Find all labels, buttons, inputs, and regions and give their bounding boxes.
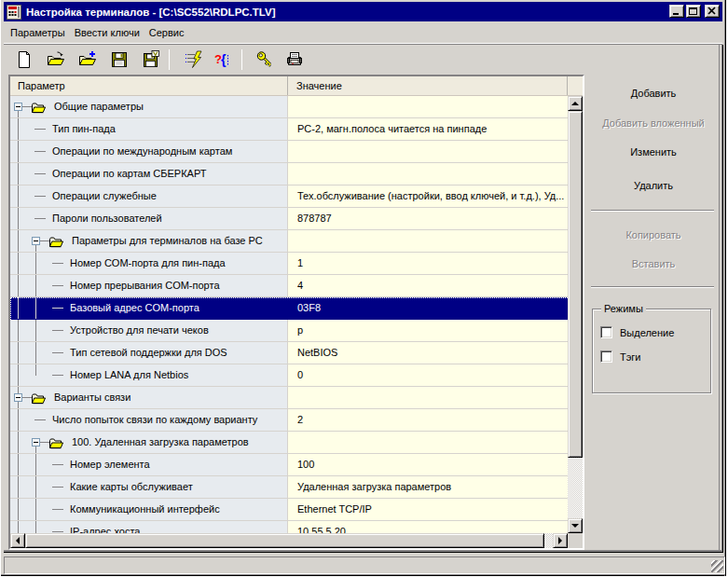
tags-checkbox[interactable] <box>600 350 612 363</box>
right-arrow-icon <box>558 537 562 544</box>
table-row[interactable]: Параметры для терминалов на базе PC <box>10 230 568 253</box>
value-cell: 03F8 <box>288 297 568 320</box>
table-row[interactable]: Варианты связи <box>10 387 568 409</box>
value-cell: 878787 <box>288 208 568 230</box>
tree-line <box>18 253 19 275</box>
param-label: Тип сетевой поддержки для DOS <box>70 342 227 364</box>
param-cell: Тип пин-пада <box>10 118 288 141</box>
table-header: Параметр Значение <box>10 76 583 96</box>
header-value[interactable]: Значение <box>288 76 568 95</box>
param-cell: Операции по картам СБЕРКАРТ <box>10 163 288 185</box>
param-cell: Число попыток связи по каждому варианту <box>10 409 288 432</box>
edit-button[interactable]: Изменить <box>588 142 719 162</box>
tree-line <box>34 151 46 152</box>
tree-line <box>34 419 46 420</box>
menu-parameters[interactable]: Параметры <box>6 24 70 41</box>
modes-groupbox: Режимы Выделение Тэги <box>592 309 711 393</box>
collapse-toggle[interactable] <box>14 393 22 402</box>
table-row[interactable]: Номер COM-порта для пин-пада1 <box>10 253 568 275</box>
table-row[interactable]: Общие параметры <box>10 96 568 118</box>
add-nested-button[interactable]: Добавить вложенный <box>588 113 719 133</box>
table-row[interactable]: Коммуникационный интерфейсEthernet TCP/I… <box>10 499 568 521</box>
table-row[interactable]: Пароли пользователей878787 <box>10 208 568 230</box>
tree-line <box>35 245 36 253</box>
param-label: Операции по международным картам <box>52 141 232 162</box>
collapse-toggle[interactable] <box>32 438 40 446</box>
table-row[interactable]: Устройство для печати чековp <box>10 320 568 342</box>
open-file-button[interactable] <box>46 48 66 71</box>
horizontal-scroll-thumb[interactable] <box>25 533 544 548</box>
horizontal-scrollbar[interactable] <box>10 533 568 548</box>
scroll-up-button[interactable] <box>568 96 583 111</box>
table-row[interactable]: Операции служебныеТех.обслуживание (наст… <box>10 185 568 208</box>
scroll-left-button[interactable] <box>10 533 25 548</box>
table-row[interactable]: Тип пин-падаPC-2, магн.полоса читается н… <box>10 118 568 141</box>
value-label: Удаленная загрузка параметров <box>288 476 568 498</box>
table-row[interactable]: Операции по картам СБЕРКАРТ <box>10 163 568 185</box>
value-cell: 1 <box>288 253 568 275</box>
tree-line <box>18 297 19 320</box>
collapse-toggle[interactable] <box>14 103 22 111</box>
highlight-checkbox-label[interactable]: Выделение <box>620 326 674 339</box>
param-label: 100. Удаленная загрузка параметров <box>72 432 249 453</box>
title-bar[interactable]: Настройка терминалов - [C:\SC552\RDLPC.T… <box>4 2 722 21</box>
open-add-icon <box>78 50 97 69</box>
scroll-down-button[interactable] <box>568 518 583 533</box>
maximize-button[interactable] <box>686 5 701 18</box>
value-cell: Ethernet TCP/IP <box>288 499 568 521</box>
tree-line <box>52 308 63 309</box>
tree-line <box>52 487 63 488</box>
menu-enter-keys[interactable]: Ввести ключи <box>70 24 144 41</box>
close-button[interactable] <box>705 5 720 18</box>
open-file-icon <box>47 50 65 69</box>
table-row[interactable]: Номер элемента100 <box>10 454 568 476</box>
tree-line <box>35 275 36 297</box>
paste-button[interactable]: Вставить <box>588 254 719 274</box>
vertical-scroll-thumb[interactable] <box>568 111 583 458</box>
table-row[interactable]: Число попыток связи по каждому варианту2 <box>10 409 568 432</box>
client-right-edge-dark <box>722 45 723 553</box>
tree-line <box>18 208 19 230</box>
table-row[interactable]: Тип сетевой поддержки для DOSNetBIOS <box>10 342 568 364</box>
delete-button[interactable]: Удалить <box>588 175 719 196</box>
table-row[interactable]: Какие карты обслуживаетУдаленная загрузк… <box>10 476 568 499</box>
save-as-button[interactable] <box>141 48 161 71</box>
param-label: Тип пин-пада <box>52 118 116 140</box>
tree-line <box>52 464 63 465</box>
open-add-button[interactable] <box>77 48 98 71</box>
tree-line <box>18 476 19 499</box>
table-row[interactable]: Базовый адрес COM-порта03F8 <box>10 297 568 320</box>
tree-line <box>35 454 36 476</box>
tags-checkbox-label[interactable]: Тэги <box>620 350 641 364</box>
scroll-right-button[interactable] <box>553 533 568 548</box>
param-cell: Операции по международным картам <box>10 141 288 163</box>
table-row[interactable]: Номер прерывания COM-порта4 <box>10 275 568 297</box>
add-button[interactable]: Добавить <box>588 83 719 103</box>
copy-button[interactable]: Копировать <box>588 225 719 245</box>
new-file-button[interactable] <box>14 48 34 71</box>
help-keys-button[interactable]: ? { <box>213 48 233 71</box>
value-label: 10.55.5.20 <box>288 521 568 533</box>
resize-grip[interactable] <box>711 560 723 572</box>
minimize-button[interactable] <box>669 5 684 18</box>
verify-button[interactable] <box>184 48 204 71</box>
table-row[interactable]: IP-адрес хоста10.55.5.20 <box>10 521 568 533</box>
highlight-checkbox[interactable] <box>600 326 612 338</box>
app-window: Настройка терминалов - [C:\SC552\RDLPC.T… <box>1 0 726 576</box>
param-label: Варианты связи <box>54 387 130 408</box>
header-param[interactable]: Параметр <box>10 76 288 95</box>
tree-line <box>18 454 19 476</box>
collapse-toggle[interactable] <box>32 237 40 245</box>
table-row[interactable]: 100. Удаленная загрузка параметров <box>10 432 568 454</box>
save-button[interactable] <box>109 48 130 71</box>
table-row[interactable]: Номер LANA для Netbios0 <box>10 364 568 387</box>
table-row[interactable]: Операции по международным картам <box>10 141 568 163</box>
key-button[interactable] <box>254 48 275 71</box>
menu-service[interactable]: Сервис <box>144 24 189 41</box>
vertical-scrollbar[interactable] <box>568 96 583 533</box>
value-cell <box>288 141 568 163</box>
param-cell: Номер элемента <box>10 454 288 476</box>
tree-line <box>52 375 63 376</box>
param-cell: Базовый адрес COM-порта <box>10 297 288 320</box>
print-device-button[interactable] <box>284 48 305 71</box>
